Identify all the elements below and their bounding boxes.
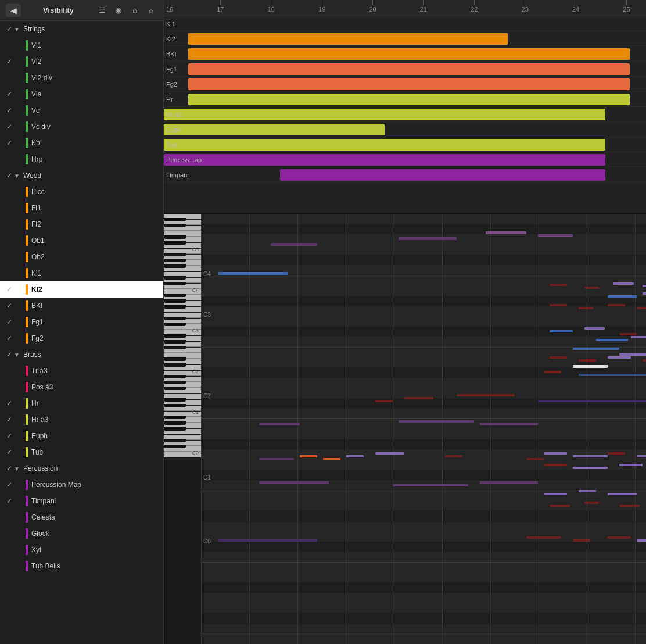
check-mark-percmap[interactable]: ✓ (5, 481, 14, 489)
note-block-23 (404, 397, 433, 399)
eye-icon-btn[interactable]: ◉ (112, 4, 125, 17)
check-mark-fg1[interactable]: ✓ (5, 318, 14, 326)
sidebar-item-vl2[interactable]: ✓Vl2 (0, 53, 163, 70)
sidebar-item-brass[interactable]: ✓▼Brass (0, 346, 163, 363)
sidebar-item-vc[interactable]: ✓Vc (0, 102, 163, 119)
piano-key-black-G2[interactable] (164, 346, 186, 349)
piano-key-black-E1[interactable] (164, 398, 186, 402)
piano-key-black-E2[interactable] (164, 357, 186, 361)
check-mark-kb[interactable]: ✓ (5, 139, 14, 147)
piano-key-black-D3[interactable] (164, 323, 186, 326)
sidebar-item-tra3[interactable]: Tr á3 (0, 363, 163, 379)
piano-key-black-A1[interactable] (164, 381, 186, 384)
sidebar-item-wood[interactable]: ✓▼Wood (0, 167, 163, 184)
sidebar-item-strings[interactable]: ✓▼Strings (0, 21, 163, 37)
piano-key-black-A4[interactable] (164, 259, 186, 262)
sidebar-item-percussion[interactable]: ✓▼Percussion (0, 460, 163, 477)
piano-key-black-E3[interactable] (164, 317, 186, 320)
piano-key-black-E4[interactable] (164, 276, 186, 280)
piano-key-black-A0[interactable] (164, 421, 186, 425)
sidebar-item-xyl[interactable]: Xyl (0, 542, 163, 558)
sidebar-item-fl1[interactable]: Fl1 (0, 200, 163, 216)
check-mark-wood[interactable]: ✓ (5, 171, 14, 180)
sidebar-item-vcdiv[interactable]: ✓Vc div (0, 119, 163, 135)
sidebar-item-ob1[interactable]: Ob1 (0, 232, 163, 249)
check-mark-timpani[interactable]: ✓ (5, 497, 14, 505)
sidebar-item-fl2[interactable]: Fl2 (0, 216, 163, 232)
sidebar-item-vl1[interactable]: Vl1 (0, 37, 163, 53)
sidebar-item-kb[interactable]: ✓Kb (0, 135, 163, 151)
piano-key-black-B1[interactable] (164, 375, 186, 378)
check-mark-hr[interactable]: ✓ (5, 399, 14, 407)
sidebar-item-fg1[interactable]: ✓Fg1 (0, 314, 163, 330)
piano-key-black-G1[interactable] (164, 387, 186, 390)
piano-key-black-D0[interactable] (164, 445, 186, 448)
piano-key-black-G4[interactable] (164, 264, 186, 268)
check-mark-vcdiv[interactable]: ✓ (5, 123, 14, 131)
sidebar-item-ob2[interactable]: Ob2 (0, 249, 163, 265)
check-mark-vl2[interactable]: ✓ (5, 58, 14, 66)
note-block-67 (643, 285, 646, 287)
sidebar-item-vl2div[interactable]: Vl2 div (0, 70, 163, 86)
check-mark-euph[interactable]: ✓ (5, 432, 14, 440)
piano-key-black-B2[interactable] (164, 334, 186, 338)
sidebar-item-tubbells[interactable]: Tub Bells (0, 558, 163, 574)
check-mark-brass[interactable]: ✓ (5, 350, 14, 359)
piano-key-black-E5[interactable] (164, 235, 186, 239)
sidebar-item-vla[interactable]: ✓Vla (0, 86, 163, 102)
sidebar-item-euph[interactable]: ✓Euph (0, 428, 163, 444)
note-block-70 (643, 292, 646, 295)
sidebar-item-percmap[interactable]: ✓Percussion Map (0, 477, 163, 493)
sidebar-item-timpani[interactable]: ✓Timpani (0, 493, 163, 509)
piano-key-black-D5[interactable] (164, 241, 186, 245)
piano-key-black-E0[interactable] (164, 439, 186, 442)
check-mark-vla[interactable]: ✓ (5, 90, 14, 98)
note-grid[interactable]: C4C3C2C1C0 (201, 214, 646, 644)
check-mark-kl2[interactable]: ✓ (5, 285, 14, 294)
triangle-brass[interactable]: ▼ (14, 352, 22, 358)
piano-key-C0[interactable]: C0 (164, 452, 201, 457)
back-button[interactable]: ◀ (6, 4, 21, 17)
check-mark-tub[interactable]: ✓ (5, 448, 14, 456)
sidebar-item-hrp[interactable]: Hrp (0, 151, 163, 167)
sidebar-item-picc[interactable]: Picc (0, 184, 163, 200)
home-icon-btn[interactable]: ⌂ (128, 4, 141, 17)
piano-key-black-D1[interactable] (164, 404, 186, 407)
item-label-xyl: Xyl (31, 546, 41, 554)
piano-key-black-D2[interactable] (164, 363, 186, 367)
sidebar-item-hra3[interactable]: ✓Hr á3 (0, 412, 163, 428)
sidebar-item-posa3[interactable]: Pos á3 (0, 379, 163, 395)
check-mark-fg2[interactable]: ✓ (5, 334, 14, 342)
piano-key-black-A2[interactable] (164, 340, 186, 344)
piano-key-black-G0[interactable] (164, 427, 186, 431)
piano-key-black-B3[interactable] (164, 294, 186, 297)
main-content: 16171819202122232425 Kl1Kl2BKlFg1Fg2HrHr… (164, 0, 646, 644)
sidebar-item-tub[interactable]: ✓Tub (0, 444, 163, 460)
piano-key-black-A3[interactable] (164, 299, 186, 303)
list-icon-btn[interactable]: ☰ (96, 4, 109, 17)
sidebar-item-kl1[interactable]: Kl1 (0, 265, 163, 281)
search-icon-btn[interactable]: ⌕ (145, 4, 157, 17)
sidebar-item-celesta[interactable]: Celesta (0, 509, 163, 525)
piano-key-black-G3[interactable] (164, 305, 186, 309)
check-mark-hra3[interactable]: ✓ (5, 416, 14, 424)
sidebar-item-hr[interactable]: ✓Hr (0, 395, 163, 412)
piano-key-black-G5[interactable] (164, 224, 186, 227)
sidebar-item-fg2[interactable]: ✓Fg2 (0, 330, 163, 346)
piano-key-black-B0[interactable] (164, 416, 186, 419)
triangle-strings[interactable]: ▼ (14, 26, 22, 33)
lane-5: Hr (164, 92, 646, 107)
check-mark-percussion[interactable]: ✓ (5, 464, 14, 473)
piano-key-black-A5[interactable] (164, 218, 186, 221)
sidebar-item-kl2[interactable]: ✓Kl2 (0, 281, 163, 298)
check-mark-strings[interactable]: ✓ (5, 25, 14, 33)
color-bar-hrp (26, 154, 28, 164)
piano-key-black-D4[interactable] (164, 282, 186, 285)
triangle-percussion[interactable]: ▼ (14, 466, 22, 472)
check-mark-vc[interactable]: ✓ (5, 106, 14, 115)
check-mark-bkl[interactable]: ✓ (5, 302, 14, 310)
sidebar-item-bkl[interactable]: ✓BKl (0, 298, 163, 314)
sidebar-item-glock[interactable]: Glock (0, 525, 163, 542)
triangle-wood[interactable]: ▼ (14, 173, 22, 179)
piano-key-black-B4[interactable] (164, 253, 186, 256)
